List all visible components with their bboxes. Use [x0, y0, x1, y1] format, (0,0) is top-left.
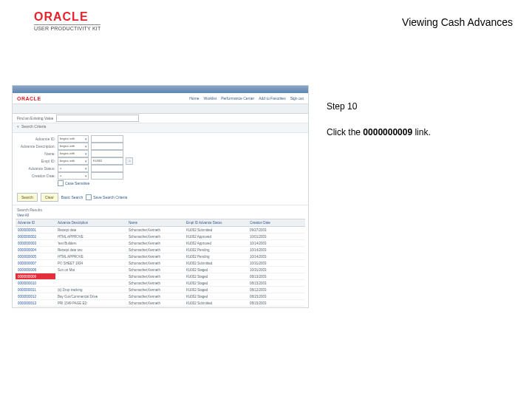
col-name[interactable]: Name [126, 219, 184, 226]
cell-advance-id[interactable]: 0000000011 [16, 287, 55, 293]
cell-status: KU002 Staged [184, 267, 248, 273]
table-row[interactable]: 0000000005HTML APPROVESchumacher,Kenneth… [16, 253, 305, 260]
cell-advance-id[interactable]: 0000000012 [16, 293, 55, 299]
input-advance-id[interactable] [91, 135, 123, 143]
cell-advance-description: Receipt date two [55, 247, 126, 253]
cell-creation-date: 10/14/2003 [248, 253, 292, 259]
cell-advance-id[interactable]: 0000000008 [16, 267, 55, 273]
cell-advance-id[interactable]: 0000000014 [16, 307, 55, 308]
cell-status: KU002 Submitted [184, 260, 248, 266]
cell-name: Schumacher,Kenneth [126, 273, 184, 279]
cell-status: KU002 Staged [184, 273, 248, 279]
table-row[interactable]: 0000000002HTML APPROVESchumacher,Kenneth… [16, 233, 305, 240]
instruction-link-value: 0000000009 [363, 127, 412, 137]
breadcrumb [13, 104, 308, 114]
cell-advance-description: HTML APPROVE [55, 253, 126, 259]
table-row[interactable]: 0000000008Sun on MatSchumacher,KennethKU… [16, 267, 305, 273]
nav-home[interactable]: Home [189, 96, 199, 100]
nav-worklist[interactable]: Worklist [204, 96, 217, 100]
global-nav-links: Home Worklist Performance Center Add to … [189, 96, 304, 100]
nav-performance-center[interactable]: Performance Center [221, 96, 254, 100]
search-criteria-header[interactable]: Search Criteria [13, 123, 308, 133]
cell-advance-id[interactable]: 0000000010 [16, 280, 55, 286]
cell-advance-id[interactable]: 0000000004 [16, 247, 55, 253]
view-all-link[interactable]: View All [13, 212, 308, 217]
cell-advance-description: Sun on Mat [55, 267, 126, 273]
cell-advance-id[interactable]: 0000000002 [16, 233, 55, 239]
instructions-column: Step 10 Click the 0000000009 link. [307, 85, 520, 314]
table-row[interactable]: 0000000013PRI 1549 PAGE EDSchumacher,Ken… [16, 300, 305, 307]
table-row[interactable]: 0000000011(b) Drop trackingSchumacher,Ke… [16, 287, 305, 293]
op-advance-description[interactable]: begins with [58, 143, 89, 150]
results-grid: Advance ID Advance Description Name Empl… [16, 219, 305, 308]
table-row[interactable]: 0000000012Bay Gov/Commercial DriveSchuma… [16, 293, 305, 300]
cell-creation-date: 08/15/2003 [248, 300, 292, 306]
label-advance-description: Advance Description: [17, 144, 55, 149]
cell-name: Schumacher,Kenneth [126, 240, 184, 246]
table-row[interactable]: 0000000003'test BuildersSchumacher,Kenne… [16, 240, 305, 247]
checkbox-case-sensitive[interactable] [58, 180, 64, 186]
cell-advance-id[interactable]: 0000000005 [16, 253, 55, 259]
op-advance-status[interactable]: = [58, 165, 89, 172]
cell-advance-id[interactable]: 0000000013 [16, 300, 55, 306]
upk-subtitle: USER PRODUCTIVITY KIT [34, 24, 100, 31]
col-advance-description[interactable]: Advance Description [55, 219, 126, 226]
cell-status: KU002 Staged [184, 287, 248, 293]
step-label: Step 10 [327, 101, 514, 112]
embedded-screenshot: ORACLE Home Worklist Performance Center … [12, 85, 309, 308]
col-status[interactable]: Empl ID Advance Status [184, 219, 248, 226]
cell-advance-description: Bay Gov/Commercial Drive [55, 293, 126, 299]
cell-advance-id[interactable]: 0000000009 [16, 273, 55, 279]
table-row[interactable]: 0000000014Facade DemoSchumacher,KennethK… [16, 307, 305, 308]
table-row[interactable]: 0000000004Receipt date twoSchumacher,Ken… [16, 247, 305, 253]
field-case-sensitive: Case Sensitive [17, 180, 304, 187]
input-empl-id[interactable]: KU002 [91, 157, 123, 165]
op-creation-date[interactable]: = [58, 172, 89, 180]
cell-status: KU002 Pending [184, 253, 248, 259]
table-row[interactable]: 0000000010Schumacher,KennethKU002 Staged… [16, 280, 305, 287]
instruction-suffix: link. [412, 127, 431, 137]
label-case-sensitive: Case Sensitive [65, 181, 89, 185]
op-advance-id[interactable]: begins with [58, 135, 89, 143]
op-name[interactable]: begins with [58, 150, 89, 157]
nav-add-favorites[interactable]: Add to Favorites [259, 96, 285, 100]
cell-name: Schumacher,Kenneth [126, 267, 184, 273]
oracle-wordmark-small: ORACLE [17, 96, 41, 101]
col-creation-date[interactable]: Creation Date [248, 219, 292, 226]
search-button[interactable]: Search [17, 193, 38, 202]
find-existing-label: Find an Existing Value [17, 116, 53, 120]
field-creation-date: Creation Date: = [17, 172, 304, 180]
save-search-checkbox[interactable] [86, 194, 92, 200]
find-input[interactable] [56, 115, 139, 122]
cell-advance-id[interactable]: 0000000001 [16, 227, 55, 233]
cell-advance-description [55, 273, 126, 279]
input-advance-status[interactable] [91, 165, 123, 172]
input-name[interactable] [91, 150, 123, 157]
label-name: Name: [17, 151, 55, 156]
cell-name: Schumacher,Kenneth [126, 253, 184, 259]
op-empl-id[interactable]: begins with [58, 157, 89, 165]
cell-advance-description: (b) Drop tracking [55, 287, 126, 293]
cell-name: Schumacher,Kenneth [126, 233, 184, 239]
input-advance-description[interactable] [91, 143, 123, 150]
cell-name: Schumacher,Kenneth [126, 280, 184, 286]
basic-search-link[interactable]: Basic Search [61, 193, 83, 202]
lookup-empl-id-icon[interactable]: ⌕ [126, 157, 133, 165]
col-advance-id[interactable]: Advance ID [16, 219, 55, 226]
cell-advance-id[interactable]: 0000000003 [16, 240, 55, 246]
cell-name: Schumacher,Kenneth [126, 287, 184, 293]
table-row[interactable]: 0000000007PO SHEET 1934Schumacher,Kennet… [16, 260, 305, 267]
cell-creation-date: 08/12/2003 [248, 287, 292, 293]
table-row[interactable]: 0000000009Schumacher,KennethKU002 Staged… [16, 273, 305, 280]
input-creation-date[interactable] [91, 172, 123, 180]
field-advance-id: Advance ID: begins with [17, 135, 304, 143]
field-name: Name: begins with [17, 150, 304, 157]
table-row[interactable]: 0000000001Receipt dateSchumacher,Kenneth… [16, 227, 305, 233]
nav-signout[interactable]: Sign out [290, 96, 304, 100]
cell-creation-date: 08/15/2003 [248, 307, 292, 308]
clear-button[interactable]: Clear [41, 193, 58, 202]
cell-creation-date: 09/27/2003 [248, 227, 292, 233]
cell-advance-id[interactable]: 0000000007 [16, 260, 55, 266]
label-advance-status: Advance Status: [17, 166, 55, 171]
screenshot-column: ORACLE Home Worklist Performance Center … [12, 85, 307, 314]
